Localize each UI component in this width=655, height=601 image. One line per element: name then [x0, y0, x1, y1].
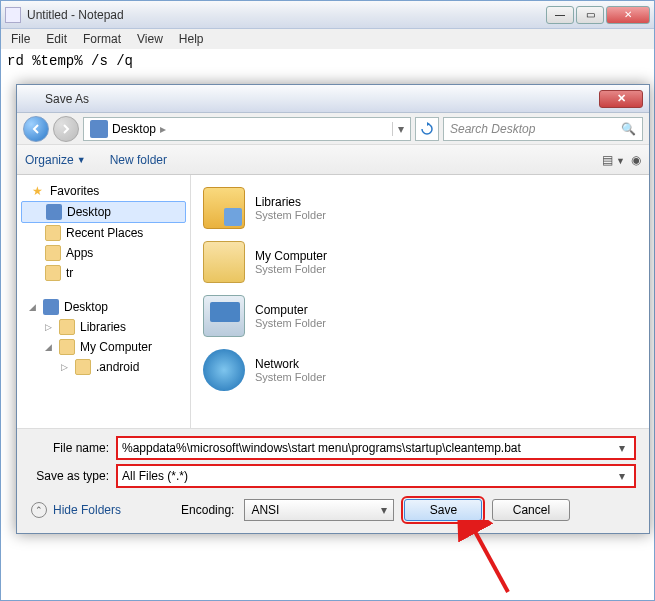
tree-label: Desktop — [64, 300, 108, 314]
item-name: Network — [255, 357, 326, 371]
expand-icon[interactable]: ◢ — [29, 302, 38, 312]
list-item[interactable]: My Computer System Folder — [201, 235, 639, 289]
search-placeholder: Search Desktop — [450, 122, 535, 136]
breadcrumb-location: Desktop — [112, 122, 156, 136]
refresh-icon — [420, 122, 434, 136]
tree-favorites[interactable]: ★ Favorites — [21, 181, 186, 201]
chevron-down-icon: ▼ — [77, 155, 86, 165]
dialog-title: Save As — [45, 92, 599, 106]
item-name: Computer — [255, 303, 326, 317]
filename-value: %appdata%\microsoft\windows\start menu\p… — [122, 441, 521, 455]
folder-icon — [45, 265, 61, 281]
tree-label: Libraries — [80, 320, 126, 334]
list-item[interactable]: Computer System Folder — [201, 289, 639, 343]
arrow-right-icon — [60, 123, 72, 135]
tree-label: My Computer — [80, 340, 152, 354]
tree-label: Desktop — [67, 205, 111, 219]
breadcrumb[interactable]: Desktop ▸ ▾ — [83, 117, 411, 141]
star-icon: ★ — [29, 183, 45, 199]
encoding-select[interactable]: ANSI ▾ — [244, 499, 394, 521]
help-button[interactable]: ◉ — [631, 153, 641, 167]
collapse-icon: ⌃ — [31, 502, 47, 518]
organize-label: Organize — [25, 153, 74, 167]
libraries-icon — [203, 187, 245, 229]
tree-label: tr — [66, 266, 73, 280]
refresh-button[interactable] — [415, 117, 439, 141]
tree-recent-places[interactable]: Recent Places — [21, 223, 186, 243]
expand-icon[interactable]: ▷ — [45, 322, 54, 332]
menu-help[interactable]: Help — [171, 30, 212, 48]
folder-icon — [45, 245, 61, 261]
forward-button[interactable] — [53, 116, 79, 142]
savetype-value: All Files (*.*) — [122, 469, 188, 483]
notepad-title: Untitled - Notepad — [27, 8, 544, 22]
expand-icon[interactable]: ◢ — [45, 342, 54, 352]
dialog-close-button[interactable]: ✕ — [599, 90, 643, 108]
item-sub: System Folder — [255, 263, 327, 275]
dialog-body: ★ Favorites Desktop Recent Places Apps t… — [17, 175, 649, 428]
breadcrumb-dropdown[interactable]: ▾ — [392, 122, 408, 136]
menu-format[interactable]: Format — [75, 30, 129, 48]
tree-desktop[interactable]: ◢ Desktop — [21, 297, 186, 317]
filename-input[interactable]: %appdata%\microsoft\windows\start menu\p… — [117, 437, 635, 459]
notepad-icon — [5, 7, 21, 23]
nav-tree: ★ Favorites Desktop Recent Places Apps t… — [17, 175, 191, 428]
encoding-label: Encoding: — [181, 503, 234, 517]
notepad-menubar: File Edit Format View Help — [1, 29, 654, 49]
save-as-dialog: Save As ✕ Desktop ▸ ▾ Search Desktop 🔍 O… — [16, 84, 650, 534]
list-item[interactable]: Libraries System Folder — [201, 181, 639, 235]
tree-label: Favorites — [50, 184, 99, 198]
expand-icon[interactable]: ▷ — [61, 362, 70, 372]
tree-libraries[interactable]: ▷ Libraries — [21, 317, 186, 337]
chevron-down-icon[interactable]: ▾ — [614, 441, 630, 455]
desktop-icon — [43, 299, 59, 315]
libraries-icon — [59, 319, 75, 335]
search-icon: 🔍 — [621, 122, 636, 136]
tree-label: Recent Places — [66, 226, 143, 240]
save-button[interactable]: Save — [404, 499, 482, 521]
organize-button[interactable]: Organize ▼ — [25, 153, 86, 167]
search-input[interactable]: Search Desktop 🔍 — [443, 117, 643, 141]
item-name: My Computer — [255, 249, 327, 263]
desktop-icon — [46, 204, 62, 220]
item-sub: System Folder — [255, 371, 326, 383]
new-folder-button[interactable]: New folder — [110, 153, 167, 167]
chevron-right-icon: ▸ — [156, 122, 170, 136]
filename-label: File name: — [31, 441, 117, 455]
tree-desktop-fav[interactable]: Desktop — [21, 201, 186, 223]
savetype-select[interactable]: All Files (*.*) ▾ — [117, 465, 635, 487]
dialog-titlebar: Save As ✕ — [17, 85, 649, 113]
chevron-down-icon[interactable]: ▾ — [614, 469, 630, 483]
tree-label: .android — [96, 360, 139, 374]
hide-folders-label: Hide Folders — [53, 503, 121, 517]
desktop-icon — [90, 120, 108, 138]
tree-tr[interactable]: tr — [21, 263, 186, 283]
tree-mycomputer[interactable]: ◢ My Computer — [21, 337, 186, 357]
item-sub: System Folder — [255, 317, 326, 329]
form-area: File name: %appdata%\microsoft\windows\s… — [17, 428, 649, 533]
menu-view[interactable]: View — [129, 30, 171, 48]
file-listing: Libraries System Folder My Computer Syst… — [191, 175, 649, 428]
window-controls: — ▭ ✕ — [544, 6, 650, 24]
menu-file[interactable]: File — [3, 30, 38, 48]
network-icon — [203, 349, 245, 391]
close-button[interactable]: ✕ — [606, 6, 650, 24]
menu-edit[interactable]: Edit — [38, 30, 75, 48]
tree-apps[interactable]: Apps — [21, 243, 186, 263]
folder-icon — [45, 225, 61, 241]
item-sub: System Folder — [255, 209, 326, 221]
back-button[interactable] — [23, 116, 49, 142]
maximize-button[interactable]: ▭ — [576, 6, 604, 24]
folder-icon — [59, 339, 75, 355]
folder-icon — [75, 359, 91, 375]
cancel-button[interactable]: Cancel — [492, 499, 570, 521]
tree-android[interactable]: ▷ .android — [21, 357, 186, 377]
cancel-label: Cancel — [513, 503, 550, 517]
tree-label: Apps — [66, 246, 93, 260]
arrow-left-icon — [30, 123, 42, 135]
chevron-down-icon[interactable]: ▾ — [381, 503, 387, 517]
view-options-button[interactable]: ▤ ▼ — [602, 153, 625, 167]
minimize-button[interactable]: — — [546, 6, 574, 24]
hide-folders-button[interactable]: ⌃ Hide Folders — [31, 502, 121, 518]
list-item[interactable]: Network System Folder — [201, 343, 639, 397]
